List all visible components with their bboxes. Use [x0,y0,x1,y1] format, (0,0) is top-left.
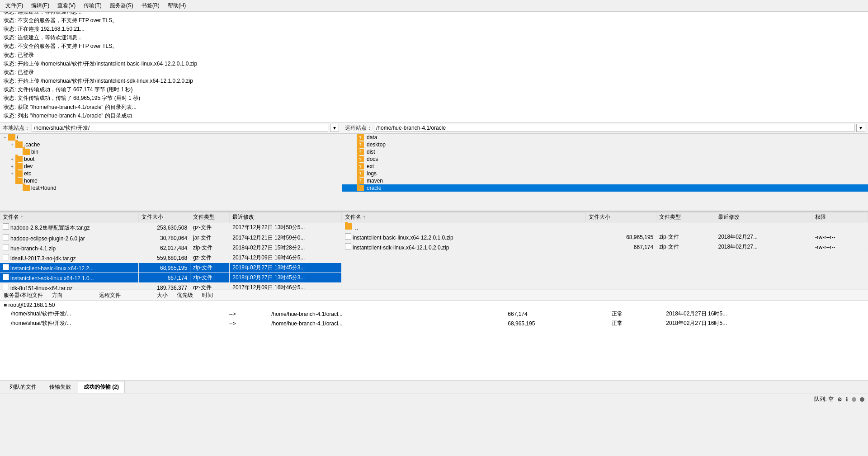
menu-edit[interactable]: 编辑(E) [28,1,53,10]
local-path-input[interactable] [32,124,328,132]
remote-col-header[interactable]: 最近修改 [715,212,812,222]
menu-help[interactable]: 帮助(H) [164,1,190,10]
remote-file-row[interactable]: .. [342,222,868,232]
file-name: hadoop-2.8.2集群配置版本.tar.gz [10,225,90,231]
remote-tree-item-data[interactable]: data [342,134,868,141]
local-file-row[interactable]: hadoop-2.8.2集群配置版本.tar.gz253,630,508gz-文… [0,222,342,233]
remote-col-header[interactable]: 文件名 ↑ [342,212,586,222]
remote-col-header[interactable]: 文件类型 [656,212,715,222]
menu-server[interactable]: 服务器(S) [106,1,137,10]
file-icon [3,244,9,250]
tab-failed[interactable]: 传输失败 [43,381,77,393]
queue-priority: 正常 [608,319,663,328]
local-file-row[interactable]: hadoop-eclipse-plugin-2.6.0.jar30,780,06… [0,233,342,243]
remote-file-row[interactable]: instantclient-sdk-linux.x64-12.1.0.2.0.z… [342,242,868,252]
queue-data-row[interactable]: /home/shuai/软件/开发/...-->/home/hue-branch… [0,309,868,319]
tree-toggle[interactable]: + [9,142,15,147]
local-file-tree[interactable]: −/+.cachebin+boot+dev+etc−homelost+found [0,134,342,211]
remote-tree-item-docs[interactable]: docs [342,155,868,163]
remote-file-type: zip-文件 [656,232,715,242]
remote-file-tree[interactable]: datadesktopdistdocsextlogsmavenoracle [342,134,868,211]
local-file-table: 文件名 ↑文件大小文件类型最近修改hadoop-2.8.2集群配置版本.tar.… [0,212,342,290]
local-col-header[interactable]: 文件类型 [190,212,230,222]
file-icon [3,284,9,290]
tree-toggle[interactable]: + [9,157,15,162]
queue-remote: /home/hue-branch-4.1/oracl... [268,309,504,319]
queue-size: 68,965,195 [504,319,608,328]
local-path-bar: 本地站点： ▾ [0,122,342,134]
file-size: 68,965,195 [139,263,190,273]
parent-dir[interactable]: .. [342,222,868,232]
local-file-row[interactable]: ideaIU-2017.3-no-jdk.tar.gz559,680,168gz… [0,253,342,263]
queue-header: 服务器/本地文件 方向 远程文件 大小 优先级 时间 [0,290,868,301]
local-file-row[interactable]: hue-branch-4.1.zip62,017,484zip-文件2018年0… [0,243,342,253]
file-type: gz-文件 [190,283,230,290]
server-name: root@192.168.1.50 [9,302,55,308]
remote-tree-item-ext[interactable]: ext [342,163,868,170]
file-name: hadoop-eclipse-plugin-2.6.0.jar [10,235,85,242]
queue-col-size: 大小 [157,291,168,299]
file-modified: 2018年02月27日 15时28分2... [230,243,342,253]
status-log: 状态: 获取 /home/hue-branch-4.1/oracle 的目录列表… [0,12,868,122]
tree-item-boot[interactable]: +boot [0,155,342,163]
local-col-header[interactable]: 最近修改 [230,212,342,222]
remote-path-input[interactable] [374,124,854,132]
tab-queued[interactable]: 列队的文件 [4,381,42,393]
tree-item-bin[interactable]: bin [0,148,342,155]
tab-success[interactable]: 成功的传输 (2) [78,381,125,393]
tree-toggle[interactable]: − [2,135,8,140]
remote-panel: 远程站点： ▾ datadesktopdistdocsextlogsmaveno… [342,122,868,290]
menu-transfer[interactable]: 传输(T) [80,1,105,10]
remote-tree-item-oracle[interactable]: oracle [342,184,868,192]
folder-icon [357,178,364,184]
file-icon [3,223,9,230]
menu-bookmarks[interactable]: 书签(B) [138,1,163,10]
tree-label: etc [24,170,31,177]
remote-tree-item-dist[interactable]: dist [342,148,868,155]
tree-toggle[interactable]: − [9,179,15,183]
queue-dir: --> [226,309,268,319]
tree-item-dev[interactable]: +dev [0,163,342,170]
remote-col-header[interactable]: 权限 [812,212,868,222]
queue-col-remote: 远程文件 [99,291,121,299]
bottom-tabs: 列队的文件 传输失败 成功的传输 (2) [0,380,868,394]
queue-col-dir: 方向 [52,291,63,299]
queue-col-priority: 优先级 [177,291,193,299]
local-file-row[interactable]: instantclient-basic-linux.x64-12.2...68,… [0,263,342,273]
remote-tree-item-desktop[interactable]: desktop [342,141,868,148]
tree-toggle[interactable]: + [9,171,15,176]
tree-item-root[interactable]: −/ [0,134,342,141]
tree-item-home[interactable]: −home [0,177,342,184]
tree-toggle[interactable]: + [9,164,15,169]
local-col-header[interactable]: 文件大小 [139,212,190,222]
queue-data-row[interactable]: /home/shuai/软件/开发/...-->/home/hue-branch… [0,319,868,328]
remote-tree-item-logs[interactable]: logs [342,170,868,177]
local-file-row[interactable]: instantclient-sdk-linux.x64-12.1.0...667… [0,273,342,283]
remote-path-dropdown[interactable]: ▾ [856,124,865,132]
remote-tree-label: ext [367,163,374,169]
remote-col-header[interactable]: 文件大小 [586,212,656,222]
menu-view[interactable]: 查看(V) [54,1,79,10]
file-icon [3,274,9,280]
local-col-header[interactable]: 文件名 ↑ [0,212,139,222]
server-icon: ■ [4,302,9,308]
menu-file[interactable]: 文件(F) [2,1,27,10]
local-file-row[interactable]: jdk-8u151-linux-x64.tar.gz189,736,377gz-… [0,283,342,290]
tree-item-cache[interactable]: +.cache [0,141,342,148]
remote-tree-label: data [367,134,377,141]
tree-item-lostfound[interactable]: lost+found [0,184,342,192]
tree-label: .cache [24,141,40,148]
tree-item-etc[interactable]: +etc [0,170,342,177]
file-name: instantclient-sdk-linux.x64-12.1.0... [10,275,94,282]
folder-icon [23,149,30,155]
file-modified: 2017年12月09日 16时46分5... [230,283,342,290]
local-path-dropdown[interactable]: ▾ [330,124,339,132]
remote-file-row[interactable]: instantclient-basic-linux.x64-12.2.0.1.0… [342,232,868,242]
file-icon [3,264,9,270]
remote-tree-label: oracle [367,185,382,191]
gear-icon: ⚙ [837,396,842,403]
queue-server-row: ■ root@192.168.1.50 [0,301,868,309]
status-line: 状态: 开始上传 /home/shuai/软件/开发/instantclient… [4,60,864,68]
queue-col-time: 时间 [202,291,213,299]
remote-tree-item-maven[interactable]: maven [342,177,868,184]
